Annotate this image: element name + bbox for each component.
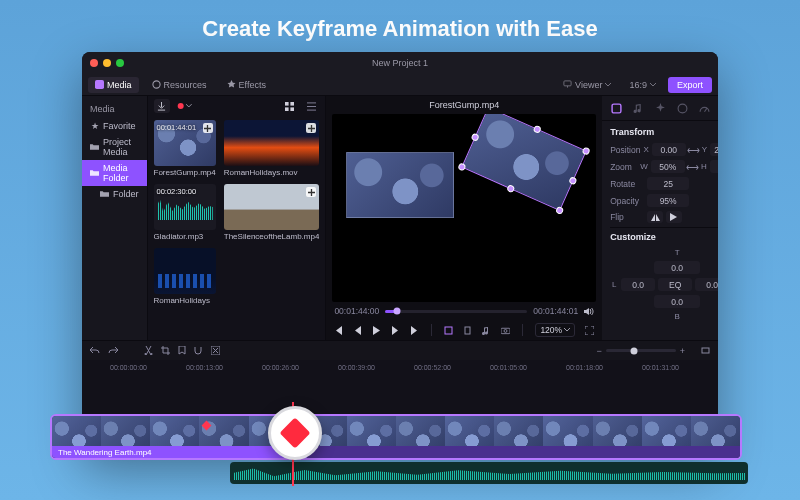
- fit-button[interactable]: [701, 346, 710, 355]
- grid-view-button[interactable]: [281, 99, 297, 113]
- preview-clip-back[interactable]: [346, 152, 454, 218]
- timeline-clip-audio[interactable]: [230, 462, 748, 484]
- undo-button[interactable]: [90, 346, 100, 355]
- video-track-2[interactable]: [110, 377, 718, 397]
- inspector-tab-effects[interactable]: [653, 101, 667, 115]
- media-grid: 00:01:44:01ForestGump.mp4RomanHolidays.m…: [148, 116, 326, 340]
- resize-handle[interactable]: [555, 206, 564, 215]
- next-frame-button[interactable]: [391, 326, 400, 335]
- marker-button[interactable]: [463, 326, 472, 335]
- titlebar: New Project 1: [82, 52, 718, 74]
- record-icon: [176, 101, 185, 111]
- resize-handle[interactable]: [457, 162, 466, 171]
- opacity-input[interactable]: 95%: [647, 194, 689, 207]
- inspector-tab-speed[interactable]: [697, 101, 711, 115]
- crop-tool-button[interactable]: [444, 326, 453, 335]
- snapshot-button[interactable]: [501, 326, 510, 335]
- add-to-timeline-icon[interactable]: [306, 187, 316, 197]
- tab-media[interactable]: Media: [88, 77, 139, 93]
- media-thumb[interactable]: 00:02:30:00Gladiator.mp3: [154, 184, 216, 241]
- resize-handle[interactable]: [471, 133, 480, 142]
- crop-center-input[interactable]: EQ: [658, 278, 692, 291]
- tab-resources-label: Resources: [164, 80, 207, 90]
- aspect-dropdown[interactable]: 16:9: [623, 78, 662, 92]
- expand-button[interactable]: [211, 346, 220, 355]
- volume-icon[interactable]: [584, 307, 594, 316]
- tab-resources[interactable]: Resources: [145, 77, 214, 93]
- snap-button[interactable]: [194, 346, 203, 355]
- viewer-dropdown[interactable]: Viewer: [557, 78, 617, 92]
- link-icon[interactable]: ⟷: [689, 145, 699, 155]
- zoom-w-input[interactable]: 50%: [651, 160, 685, 173]
- split-button[interactable]: [144, 346, 153, 355]
- prev-frame-button[interactable]: [353, 326, 362, 335]
- close-window-icon[interactable]: [90, 59, 98, 67]
- inspector-tab-transform[interactable]: [609, 101, 623, 115]
- zoom-in-button[interactable]: +: [680, 346, 685, 356]
- svg-rect-21: [702, 348, 709, 353]
- ruler-tick: 00:01:18:00: [566, 364, 603, 371]
- svg-point-15: [504, 329, 507, 332]
- resize-handle[interactable]: [568, 176, 577, 185]
- timeline-zoom-slider[interactable]: [606, 349, 676, 352]
- star-icon: ★: [90, 122, 99, 131]
- crop-left-input[interactable]: 0.0: [621, 278, 655, 291]
- zoom-window-icon[interactable]: [116, 59, 124, 67]
- inspector-tab-color[interactable]: [675, 101, 689, 115]
- link-icon[interactable]: ⟷: [688, 162, 698, 172]
- inspector-tab-audio[interactable]: [631, 101, 645, 115]
- tab-effects[interactable]: Effects: [220, 77, 273, 93]
- crop-right-input[interactable]: 0.0: [695, 278, 718, 291]
- minimize-window-icon[interactable]: [103, 59, 111, 67]
- play-button[interactable]: [372, 326, 381, 335]
- seek-bar[interactable]: [385, 310, 527, 313]
- media-thumb[interactable]: TheSilenceoftheLamb.mp4: [224, 184, 320, 241]
- crop-button[interactable]: [161, 346, 170, 355]
- marker-button[interactable]: [178, 346, 186, 355]
- resize-handle[interactable]: [506, 184, 515, 193]
- preview-panel: ForestGump.mp4 00:01:44:00 00:01:44:01: [326, 96, 602, 340]
- add-to-timeline-icon[interactable]: [203, 123, 213, 133]
- add-to-timeline-icon[interactable]: [306, 123, 316, 133]
- media-thumb[interactable]: RomanHolidays.mov: [224, 120, 320, 177]
- position-y-input[interactable]: 230.00: [710, 143, 718, 156]
- preview-clip-selected[interactable]: [461, 114, 587, 211]
- go-end-button[interactable]: [410, 326, 419, 335]
- resize-handle[interactable]: [582, 146, 591, 155]
- sidebar-item-project-media[interactable]: Project Media: [82, 134, 147, 160]
- fullscreen-button[interactable]: [585, 326, 594, 335]
- import-button[interactable]: [154, 99, 170, 113]
- record-button[interactable]: [176, 99, 192, 113]
- flip-horizontal-button[interactable]: [647, 211, 663, 223]
- folder-open-icon: [90, 169, 99, 178]
- sidebar-item-favorite[interactable]: ★ Favorite: [82, 118, 147, 134]
- gauge-icon: [699, 103, 710, 114]
- media-thumb[interactable]: 00:01:44:01ForestGump.mp4: [154, 120, 216, 177]
- zoom-out-button[interactable]: −: [596, 346, 601, 356]
- rotate-input[interactable]: 25: [647, 177, 689, 190]
- list-view-button[interactable]: [303, 99, 319, 113]
- crop-bottom-input[interactable]: 0.0: [654, 295, 700, 308]
- crop-top-input[interactable]: 0.0: [654, 261, 700, 274]
- position-x-input[interactable]: 0.00: [652, 143, 686, 156]
- zoom-h-input[interactable]: 50%: [710, 160, 718, 173]
- export-button[interactable]: Export: [668, 77, 712, 93]
- redo-button[interactable]: [108, 346, 118, 355]
- time-total: 00:01:44:01: [533, 306, 578, 316]
- svg-rect-7: [285, 107, 289, 111]
- timeline-clip-video[interactable]: The Wandering Earth.mp4: [50, 414, 742, 460]
- timeline-ruler[interactable]: 00:00:00:0000:00:13:0000:00:26:0000:00:3…: [110, 364, 718, 374]
- media-thumb[interactable]: RomanHolidays: [154, 248, 216, 305]
- transform-heading: Transform: [610, 127, 718, 137]
- zoom-dropdown[interactable]: 120%: [535, 323, 575, 337]
- go-start-button[interactable]: [334, 326, 343, 335]
- preview-stage[interactable]: [332, 114, 596, 302]
- sidebar-item-folder[interactable]: Folder: [82, 186, 147, 202]
- flip-vertical-button[interactable]: [666, 211, 682, 223]
- crop-b-label: B: [673, 312, 681, 321]
- sidebar-item-media-folder[interactable]: Media Folder: [82, 160, 147, 186]
- audio-button[interactable]: [482, 326, 491, 335]
- window-controls: [90, 59, 124, 67]
- svg-rect-0: [95, 80, 104, 89]
- resize-handle[interactable]: [533, 125, 542, 134]
